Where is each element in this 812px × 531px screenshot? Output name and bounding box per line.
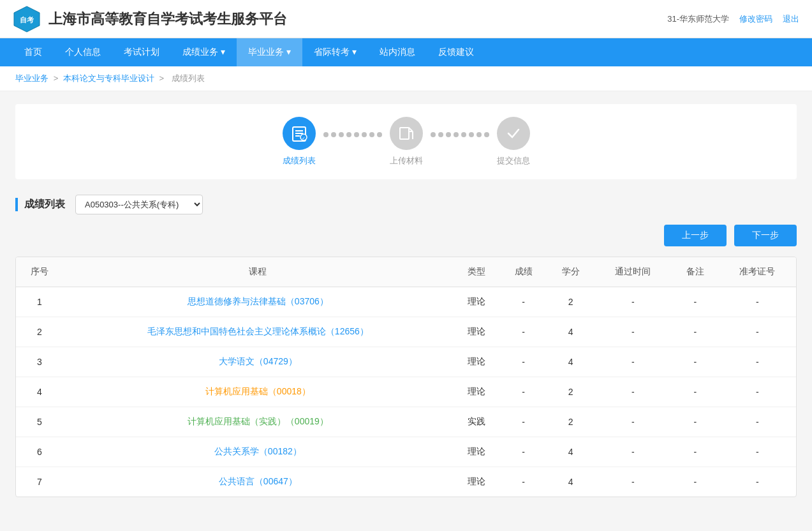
dot	[446, 132, 451, 137]
svg-rect-8	[400, 128, 409, 139]
dot	[362, 132, 367, 137]
cell-id: 3	[16, 347, 63, 377]
col-header-remark: 备注	[672, 257, 719, 287]
cell-remark: -	[672, 407, 719, 437]
cell-credit: 4	[547, 467, 594, 497]
cell-credit: 2	[547, 377, 594, 407]
table-row: 6 公共关系学（00182） 理论 - 4 - - -	[16, 437, 796, 467]
table-row: 5 计算机应用基础（实践）（00019） 实践 - 2 - - -	[16, 407, 796, 437]
section-header: 成绩列表 A050303--公共关系(专科)	[15, 195, 797, 214]
nav-item-graduation[interactable]: 毕业业务 ▾	[237, 38, 302, 66]
cell-score: -	[500, 377, 547, 407]
svg-text:自考: 自考	[20, 16, 34, 24]
cell-score: -	[500, 437, 547, 467]
nav-item-transfer[interactable]: 省际转考 ▾	[302, 38, 368, 66]
action-bar: 上一步 下一步	[15, 225, 797, 246]
step-bar: ✓ 成绩列表	[15, 104, 797, 179]
cell-pass-time: -	[594, 467, 672, 497]
nav-item-personal[interactable]: 个人信息	[54, 38, 112, 66]
cell-id: 4	[16, 377, 63, 407]
cell-pass-time: -	[594, 407, 672, 437]
cell-type: 理论	[453, 377, 500, 407]
step-1-label: 成绩列表	[283, 155, 316, 167]
cell-exam-id: -	[719, 317, 796, 347]
logout-link[interactable]: 退出	[783, 13, 799, 25]
cell-course: 毛泽东思想和中国特色社会主义理论体系概论（12656）	[63, 317, 453, 347]
cell-credit: 4	[547, 347, 594, 377]
table-row: 4 计算机应用基础（00018） 理论 - 2 - - -	[16, 377, 796, 407]
cell-credit: 2	[547, 287, 594, 317]
cell-pass-time: -	[594, 287, 672, 317]
cell-remark: -	[672, 317, 719, 347]
next-button[interactable]: 下一步	[734, 225, 797, 246]
step-dots-1	[323, 132, 382, 137]
cell-type: 理论	[453, 317, 500, 347]
cell-course: 计算机应用基础（00018）	[63, 377, 453, 407]
dot	[476, 132, 482, 137]
breadcrumb-thesis[interactable]: 本科论文与专科毕业设计	[63, 73, 154, 83]
svg-text:✓: ✓	[302, 136, 306, 140]
step-dots-2	[431, 132, 489, 137]
score-table-container: 序号 课程 类型 成绩 学分 通过时间 备注 准考证号 1 思想道德修养与法律基…	[15, 257, 797, 497]
cell-exam-id: -	[719, 437, 796, 467]
nav-item-feedback[interactable]: 反馈建议	[427, 38, 485, 66]
cell-remark: -	[672, 347, 719, 377]
change-password-link[interactable]: 修改密码	[739, 13, 772, 25]
dot	[346, 132, 351, 137]
step-1: ✓ 成绩列表	[283, 117, 316, 167]
step-3-circle	[497, 117, 530, 150]
cell-exam-id: -	[719, 467, 796, 497]
col-header-type: 类型	[453, 257, 500, 287]
site-title: 上海市高等教育自学考试考生服务平台	[48, 10, 287, 29]
table-row: 3 大学语文（04729） 理论 - 4 - - -	[16, 347, 796, 377]
cell-id: 6	[16, 437, 63, 467]
cell-credit: 2	[547, 407, 594, 437]
table-body: 1 思想道德修养与法律基础（03706） 理论 - 2 - - - 2 毛泽东思…	[16, 287, 796, 497]
dot	[461, 132, 466, 137]
section-title: 成绩列表	[15, 198, 65, 211]
cell-id: 7	[16, 467, 63, 497]
dot	[454, 132, 459, 137]
cell-score: -	[500, 317, 547, 347]
step-2-icon	[398, 125, 415, 142]
cell-course: 大学语文（04729）	[63, 347, 453, 377]
cell-type: 实践	[453, 407, 500, 437]
step-2: 上传材料	[390, 117, 423, 167]
col-header-credit: 学分	[547, 257, 594, 287]
step-1-circle: ✓	[283, 117, 316, 150]
header-left: 自考 上海市高等教育自学考试考生服务平台	[13, 5, 287, 33]
step-2-circle	[390, 117, 423, 150]
cell-course: 公共语言（00647）	[63, 467, 453, 497]
dot	[484, 132, 489, 137]
cell-score: -	[500, 467, 547, 497]
breadcrumb-graduation[interactable]: 毕业业务	[15, 73, 48, 83]
cell-type: 理论	[453, 287, 500, 317]
cell-exam-id: -	[719, 287, 796, 317]
cell-score: -	[500, 347, 547, 377]
cell-course: 公共关系学（00182）	[63, 437, 453, 467]
cell-type: 理论	[453, 437, 500, 467]
cell-exam-id: -	[719, 377, 796, 407]
major-select[interactable]: A050303--公共关系(专科)	[75, 195, 203, 214]
cell-id: 5	[16, 407, 63, 437]
nav-item-exam-plan[interactable]: 考试计划	[112, 38, 171, 66]
nav-item-scores[interactable]: 成绩业务 ▾	[171, 38, 237, 66]
col-header-exam-id: 准考证号	[719, 257, 796, 287]
dot	[431, 132, 436, 137]
nav-item-home[interactable]: 首页	[13, 38, 54, 66]
breadcrumb-current: 成绩列表	[172, 73, 205, 83]
nav-item-messages[interactable]: 站内消息	[368, 38, 427, 66]
cell-remark: -	[672, 437, 719, 467]
page-header: 自考 上海市高等教育自学考试考生服务平台 31-华东师范大学 修改密码 退出	[0, 0, 812, 38]
cell-pass-time: -	[594, 347, 672, 377]
cell-course: 计算机应用基础（实践）（00019）	[63, 407, 453, 437]
prev-button[interactable]: 上一步	[664, 225, 727, 246]
cell-remark: -	[672, 377, 719, 407]
col-header-course: 课程	[63, 257, 453, 287]
table-row: 7 公共语言（00647） 理论 - 4 - - -	[16, 467, 796, 497]
cell-course: 思想道德修养与法律基础（03706）	[63, 287, 453, 317]
dot	[339, 132, 344, 137]
cell-pass-time: -	[594, 437, 672, 467]
col-header-id: 序号	[16, 257, 63, 287]
nav-bar: 首页 个人信息 考试计划 成绩业务 ▾ 毕业业务 ▾ 省际转考 ▾ 站内消息 反…	[0, 38, 812, 66]
